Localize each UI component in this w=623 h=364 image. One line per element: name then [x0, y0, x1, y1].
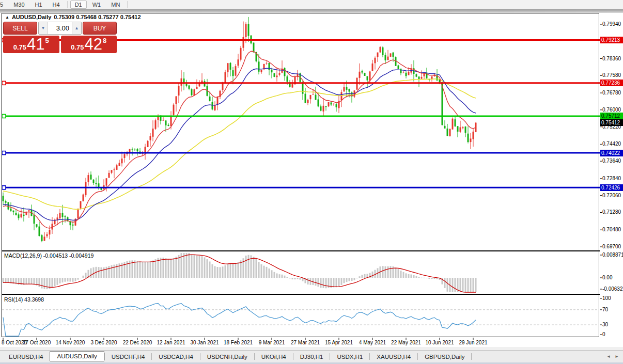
date-axis-label: 22 May 2021 — [391, 340, 421, 345]
tab-scroll-right-icon[interactable]: ► — [615, 354, 619, 359]
volume-input[interactable]: 3.00 — [48, 22, 72, 34]
sell-button[interactable]: SELL — [3, 22, 37, 35]
chart-title: ▲ AUDUSD,Daily 0.75309 0.75468 0.75277 0… — [5, 14, 141, 20]
macd-indicator-label: MACD(12,26,9) -0.004513 -0.004919 — [4, 252, 94, 259]
collapse-arrow-icon[interactable]: ▲ — [5, 15, 9, 20]
price-axis-label: 0.79940 — [602, 21, 621, 27]
buy-price-prefix: 0.75 — [71, 43, 84, 51]
date-axis-label: 15 Apr 2021 — [325, 340, 353, 345]
date-axis-label: 12 Jan 2021 — [157, 340, 185, 345]
buy-button[interactable]: BUY — [83, 22, 117, 35]
ohlc-values: 0.75309 0.75468 0.75277 0.75412 — [54, 14, 141, 20]
buy-price-display[interactable]: 0.75 42 8 — [61, 36, 117, 53]
date-axis-label: 14 Nov 2020 — [56, 340, 85, 345]
price-axis-label: 0.72840 — [602, 176, 621, 182]
macd-axis-label: -0.00632 — [602, 286, 622, 292]
price-line-tag: 0.77236 — [600, 80, 623, 86]
price-axis-label: 0.69700 — [602, 244, 621, 250]
tab-scroll-left-icon[interactable]: ◄ — [606, 354, 611, 359]
date-axis-label: 9 Mar 2021 — [259, 340, 285, 345]
chart-tab-dj30[interactable]: DJ30,H1 — [293, 352, 330, 361]
sell-price-big: 41 — [27, 37, 44, 52]
price-line-tag: 0.79213 — [600, 37, 623, 43]
macd-panel-separator[interactable] — [2, 250, 600, 251]
chart-plot-frame — [2, 13, 599, 337]
price-axis-label: 0.72060 — [602, 193, 621, 199]
date-axis-label: 30 Jan 2021 — [190, 340, 219, 345]
price-axis-label: 0.74420 — [602, 141, 621, 147]
price-line-tag: 0.75712 — [600, 113, 623, 119]
volume-decrease-button[interactable]: ▼ — [39, 22, 48, 34]
date-axis-label: 22 Dec 2020 — [123, 340, 152, 345]
rsi-indicator-label: RSI(14) 43.3698 — [4, 296, 44, 303]
symbol-period-label: AUDUSD,Daily — [12, 14, 51, 20]
price-axis-label: 0.71280 — [602, 209, 621, 215]
chart-tab-bar: EURUSD,H4AUDUSD,DailyUSDCHF,H4USDCAD,H4U… — [0, 350, 623, 362]
tab-separator — [471, 353, 472, 360]
price-axis-label: 0.73640 — [602, 158, 621, 164]
sell-price-prefix: 0.75 — [13, 43, 26, 51]
price-line-tag: 0.72426 — [600, 184, 623, 191]
rsi-panel-separator[interactable] — [2, 294, 600, 295]
volume-increase-button[interactable]: ▲ — [72, 22, 81, 34]
sell-price-pip: 5 — [45, 37, 49, 44]
date-axis-label: 29 Jun 2021 — [459, 340, 487, 345]
price-axis-label: 0.77580 — [602, 72, 621, 78]
date-axis-label: 27 Oct 2020 — [23, 340, 51, 345]
macd-axis-label: 0.00 — [602, 275, 612, 281]
date-axis-label: 4 May 2021 — [359, 340, 386, 345]
chart-tab-usdx[interactable]: USDX,H1 — [330, 352, 369, 361]
chart-tab-usdcad[interactable]: USDCAD,H4 — [152, 352, 199, 361]
date-axis-label: 18 Feb 2021 — [224, 340, 253, 345]
date-axis-label: 10 Jun 2021 — [425, 340, 454, 345]
price-line-tag: 0.74022 — [600, 150, 623, 156]
price-axis-label: 0.78360 — [602, 56, 621, 62]
buy-price-big: 42 — [85, 37, 102, 52]
chart-tab-gbpusd[interactable]: GBPUSD,Daily — [418, 352, 471, 361]
one-click-trade-panel: SELL ▼ 3.00 ▲ BUY 0.75 41 5 0.75 42 8 — [3, 22, 117, 53]
macd-axis-label: 0.008871 — [602, 252, 623, 258]
chart-tab-xauusd[interactable]: XAUUSD,H4 — [370, 352, 417, 361]
rsi-axis-label: 70 — [602, 307, 608, 313]
current-price-tag: 0.75412 — [600, 119, 623, 126]
chart-tab-eurusd[interactable]: EURUSD,H4 — [2, 352, 50, 361]
chart-tab-audusd[interactable]: AUDUSD,Daily — [50, 351, 104, 361]
rsi-axis-label: 0 — [602, 331, 605, 338]
price-axis-label: 0.70480 — [602, 227, 621, 233]
price-axis-label: 0.76780 — [602, 90, 621, 96]
date-axis-label: 27 Mar 2021 — [291, 340, 320, 345]
chart-tab-usdcnh[interactable]: USDCNH,Daily — [200, 352, 254, 361]
sell-price-display[interactable]: 0.75 41 5 — [3, 36, 59, 53]
date-axis-label: 3 Dec 2020 — [90, 340, 117, 345]
rsi-axis-label: 30 — [602, 322, 608, 328]
chart-tab-ukoil[interactable]: UKOil,H4 — [255, 352, 293, 361]
buy-price-pip: 8 — [103, 37, 106, 44]
volume-control: ▼ 3.00 ▲ — [38, 22, 82, 35]
rsi-axis-label: 100 — [602, 295, 611, 302]
chart-tab-usdchf[interactable]: USDCHF,H4 — [105, 352, 152, 361]
mt4-window: 5M30H1H4D1W1MN ▲ AUDUSD,Daily 0.75309 0.… — [0, 0, 623, 364]
